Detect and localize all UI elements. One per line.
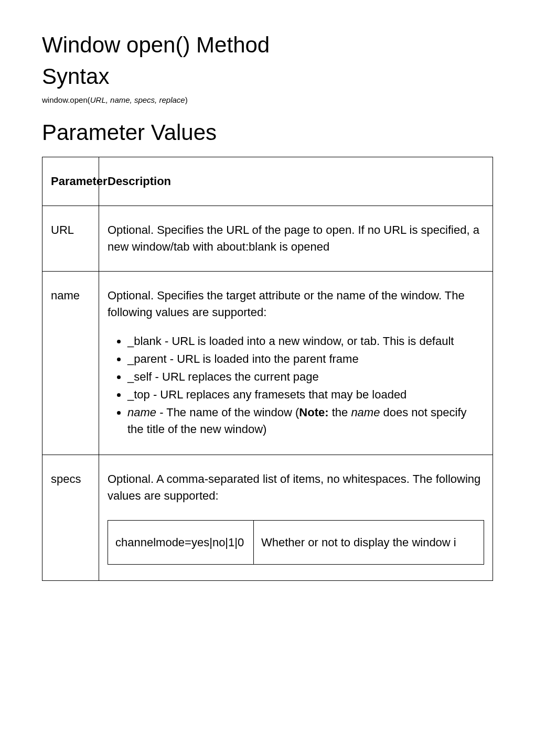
name-desc-text: Optional. Specifies the target attribute… <box>108 287 484 321</box>
parameter-table: Parameter Description URL Optional. Spec… <box>42 157 493 581</box>
list-item: _self - URL replaces the current page <box>127 369 484 385</box>
table-row: URL Optional. Specifies the URL of the p… <box>42 206 493 271</box>
name-mid: - The name of the window ( <box>156 406 299 419</box>
table-row: name Optional. Specifies the target attr… <box>42 271 493 455</box>
specs-desc-text: Optional. A comma-separated list of item… <box>108 471 484 504</box>
name-values-list: _blank - URL is loaded into a new window… <box>108 333 484 437</box>
page-title: Window open() Method <box>42 33 493 58</box>
specs-key-channelmode: channelmode=yes|no|1|0 <box>108 520 254 565</box>
syntax-prefix: window.open( <box>42 95 90 104</box>
param-desc-url: Optional. Specifies the URL of the page … <box>99 206 493 271</box>
list-item: name - The name of the window (Note: the… <box>127 404 484 438</box>
name-post1: the <box>329 406 351 419</box>
param-name-name: name <box>42 271 99 455</box>
syntax-heading: Syntax <box>42 64 493 89</box>
table-row: channelmode=yes|no|1|0 Whether or not to… <box>108 520 484 565</box>
param-desc-name: Optional. Specifies the target attribute… <box>99 271 493 455</box>
note-bold: Note: <box>299 406 328 419</box>
name-italic2: name <box>351 406 380 419</box>
col-header-parameter: Parameter <box>42 157 99 206</box>
syntax-args: URL, name, specs, replace <box>90 95 185 104</box>
syntax-code: window.open(URL, name, specs, replace) <box>42 95 493 104</box>
name-italic: name <box>127 406 156 419</box>
parameter-values-heading: Parameter Values <box>42 120 493 145</box>
specs-val-channelmode: Whether or not to display the window i <box>254 520 484 565</box>
list-item: _blank - URL is loaded into a new window… <box>127 333 484 350</box>
param-name-url: URL <box>42 206 99 271</box>
syntax-suffix: ) <box>185 95 188 104</box>
specs-values-table: channelmode=yes|no|1|0 Whether or not to… <box>108 520 484 565</box>
table-row: specs Optional. A comma-separated list o… <box>42 455 493 581</box>
list-item: _parent - URL is loaded into the parent … <box>127 351 484 368</box>
param-desc-specs: Optional. A comma-separated list of item… <box>99 455 493 581</box>
param-name-specs: specs <box>42 455 99 581</box>
list-item: _top - URL replaces any framesets that m… <box>127 386 484 403</box>
col-header-description: Description <box>99 157 493 206</box>
